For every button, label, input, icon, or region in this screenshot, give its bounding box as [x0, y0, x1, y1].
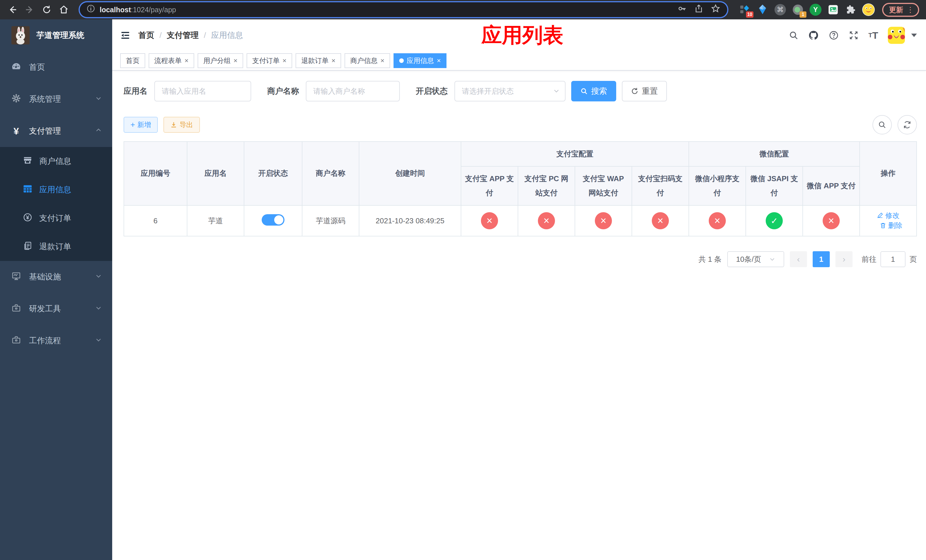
merchant-name-input[interactable]: [306, 81, 400, 101]
browser-menu-dots-icon[interactable]: ⋮: [906, 6, 916, 14]
close-icon[interactable]: ×: [437, 57, 441, 64]
breadcrumb-payment[interactable]: 支付管理: [167, 30, 199, 41]
status-select[interactable]: [454, 81, 566, 101]
breadcrumb-home[interactable]: 首页: [138, 30, 154, 41]
extensions-puzzle-icon[interactable]: [844, 3, 857, 16]
fullscreen-icon[interactable]: [849, 30, 859, 41]
sidebar-item-label: 退款订单: [39, 241, 71, 252]
col-header-alipay-app: 支付宝 APP 支付: [461, 166, 518, 205]
reset-button[interactable]: 重置: [622, 81, 667, 101]
goto-label: 前往: [862, 254, 876, 264]
wx-mini-status-icon: ×: [709, 212, 726, 229]
app-name-input[interactable]: [154, 81, 251, 101]
browser-profile-avatar[interactable]: [862, 3, 875, 16]
col-header-actions: 操作: [859, 142, 917, 205]
edit-pen-icon: [877, 212, 884, 219]
extension-kite-icon[interactable]: [756, 3, 769, 16]
app-logo-row[interactable]: 芋道管理系统: [0, 20, 112, 51]
user-avatar[interactable]: [888, 27, 905, 44]
cell-app-id: 6: [124, 205, 187, 236]
extension-chat-icon[interactable]: [827, 3, 840, 16]
extension-command-icon[interactable]: ⌘: [774, 3, 787, 16]
sidebar-item-merchant-info[interactable]: 商户信息: [0, 147, 112, 176]
cell-merchant: 芋道源码: [302, 205, 359, 236]
sidebar-item-app-info[interactable]: 应用信息: [0, 176, 112, 204]
cell-actions: 修改 删除: [859, 205, 917, 236]
wx-jsapi-status-icon: ✓: [766, 212, 783, 229]
extension-y-icon[interactable]: Y: [809, 3, 822, 16]
extension-recorder-icon[interactable]: 1: [791, 3, 804, 16]
url-text[interactable]: localhost:1024/pay/app: [100, 6, 677, 14]
site-info-icon[interactable]: [86, 4, 95, 15]
refresh-button[interactable]: [897, 115, 917, 135]
sidebar-item-refund-order[interactable]: 退款订单: [0, 232, 112, 261]
tab-home[interactable]: 首页: [120, 53, 145, 68]
close-icon[interactable]: ×: [283, 57, 286, 64]
sidebar-item-dev-tools[interactable]: 研发工具: [0, 293, 112, 325]
app-name-label: 应用名: [124, 86, 147, 97]
sidebar-item-label: 研发工具: [29, 303, 87, 314]
extension-workflow-icon[interactable]: 10: [738, 3, 751, 16]
tab-app-info[interactable]: 应用信息×: [393, 53, 446, 68]
tab-process-form[interactable]: 流程表单×: [149, 53, 194, 68]
font-size-icon[interactable]: TT: [869, 30, 878, 41]
download-icon: [170, 121, 177, 128]
close-icon[interactable]: ×: [380, 57, 384, 64]
toolbox-icon: [11, 303, 21, 315]
breadcrumb-current: 应用信息: [211, 30, 243, 41]
col-header-app-id: 应用编号: [124, 142, 187, 205]
bookmark-star-icon[interactable]: [711, 4, 720, 16]
sidebar-item-workflow[interactable]: 工作流程: [0, 325, 112, 357]
sidebar-item-system[interactable]: 系统管理: [0, 83, 112, 115]
total-count: 共 1 条: [699, 254, 722, 264]
refresh-icon: [903, 121, 911, 129]
close-icon[interactable]: ×: [331, 57, 336, 64]
tab-merchant-info[interactable]: 商户信息×: [345, 53, 390, 68]
close-icon[interactable]: ×: [233, 57, 238, 64]
help-icon[interactable]: [829, 30, 839, 41]
sidebar-item-infrastructure[interactable]: 基础设施: [0, 261, 112, 293]
toggle-search-button[interactable]: [873, 115, 892, 135]
browser-update-button[interactable]: 更新 ⋮: [882, 3, 919, 17]
sidebar-item-payment[interactable]: ¥ 支付管理: [0, 115, 112, 147]
yen-icon: ¥: [11, 126, 21, 137]
browser-back-icon[interactable]: [6, 3, 20, 17]
sidebar-item-home[interactable]: 首页: [0, 51, 112, 83]
tab-refund-order[interactable]: 退款订单×: [295, 53, 341, 68]
col-header-wx-jsapi: 微信 JSAPI 支付: [746, 166, 803, 205]
sidebar-fold-icon[interactable]: [120, 30, 130, 41]
extension-badge: 10: [746, 11, 754, 18]
browser-reload-icon[interactable]: [40, 3, 53, 17]
wx-app-status-icon: ×: [823, 212, 840, 229]
github-icon[interactable]: [808, 30, 819, 41]
close-icon[interactable]: ×: [185, 57, 189, 64]
chevron-up-icon: [95, 127, 102, 136]
header-search-icon[interactable]: [789, 30, 799, 40]
search-button[interactable]: 搜索: [571, 81, 616, 101]
password-key-icon[interactable]: [677, 4, 687, 16]
tab-user-group[interactable]: 用户分组×: [198, 53, 243, 68]
app-table: 应用编号 应用名 开启状态 商户名称 创建时间 支付宝配置 微信配置 操作 支付…: [124, 141, 917, 236]
alipay-pc-status-icon: ×: [538, 212, 555, 229]
next-page-button[interactable]: ›: [835, 251, 853, 267]
sidebar-item-pay-order[interactable]: 支付订单: [0, 204, 112, 232]
goto-page-input[interactable]: [881, 251, 905, 267]
prev-page-button[interactable]: ‹: [790, 251, 807, 267]
sidebar-item-label: 支付管理: [29, 126, 87, 136]
add-button[interactable]: + 新增: [124, 117, 158, 133]
delete-link[interactable]: 删除: [879, 221, 902, 230]
url-bar[interactable]: localhost:1024/pay/app: [80, 2, 727, 17]
browser-home-icon[interactable]: [57, 3, 71, 17]
page-size-select[interactable]: 10条/页: [727, 251, 784, 267]
col-header-wx-app: 微信 APP 支付: [803, 166, 859, 205]
page-number-1[interactable]: 1: [813, 251, 830, 267]
extension-badge-2: 1: [800, 11, 806, 18]
share-icon[interactable]: [694, 4, 703, 15]
status-toggle[interactable]: [262, 214, 284, 226]
tab-pay-order[interactable]: 支付订单×: [247, 53, 292, 68]
browser-forward-icon[interactable]: [23, 3, 36, 17]
export-button[interactable]: 导出: [163, 117, 200, 133]
document-icon: [23, 241, 32, 253]
avatar-caret-icon[interactable]: [911, 33, 917, 37]
edit-link[interactable]: 修改: [877, 211, 900, 220]
